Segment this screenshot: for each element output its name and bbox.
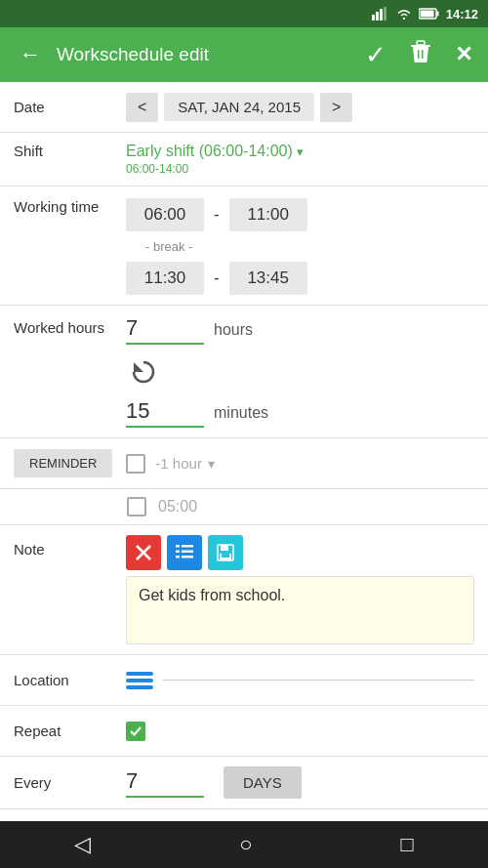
- working-time-first-row: 06:00 - 11:00: [126, 198, 307, 231]
- delete-button[interactable]: [406, 36, 435, 73]
- date-label: Date: [14, 99, 126, 115]
- time-dash-2: -: [214, 269, 220, 288]
- time-dash-1: -: [214, 205, 220, 225]
- content-area: Date < SAT, JAN 24, 2015 > Shift Early s…: [0, 82, 488, 821]
- note-clear-button[interactable]: [126, 535, 161, 570]
- reminder-row: REMINDER -1 hour ▾: [0, 438, 488, 489]
- every-value[interactable]: 7: [126, 768, 204, 798]
- shift-sub-time: 06:00-14:00: [126, 162, 304, 176]
- note-text[interactable]: Get kids from school.: [126, 576, 474, 644]
- every-row: Every 7 DAYS: [0, 757, 488, 809]
- toolbar-actions: ✓ ✕: [361, 36, 476, 74]
- shift-name[interactable]: Early shift (06:00-14:00) ▾: [126, 143, 304, 160]
- location-list-icon[interactable]: [126, 672, 153, 689]
- reminder-button[interactable]: REMINDER: [14, 449, 112, 477]
- checkmark-icon: [130, 726, 142, 736]
- list-icon: [176, 545, 193, 560]
- reminder-dropdown-value: -1 hour: [155, 455, 202, 472]
- nav-menu-button[interactable]: □: [382, 824, 433, 865]
- time-reminder-row: 05:00: [0, 489, 488, 525]
- svg-rect-9: [418, 50, 420, 59]
- end-time[interactable]: 11:00: [229, 198, 307, 231]
- minutes-input-row: 15 minutes: [126, 398, 474, 428]
- svg-rect-5: [436, 12, 438, 17]
- signal-icon: [372, 7, 389, 21]
- shift-row: Shift Early shift (06:00-14:00) ▾ 06:00-…: [0, 133, 488, 186]
- note-toolbar: [126, 535, 474, 570]
- how-often-row: How often 20: [0, 809, 488, 821]
- working-time-row: Working time 06:00 - 11:00 - break - 11:…: [0, 186, 488, 306]
- nav-home-button[interactable]: ○: [220, 824, 271, 865]
- status-bar: 14:12: [0, 0, 488, 27]
- trash-icon: [410, 40, 431, 63]
- svg-rect-2: [380, 9, 383, 21]
- reminder-checkbox[interactable]: [126, 454, 145, 474]
- location-label: Location: [14, 672, 126, 688]
- note-save-button[interactable]: [208, 535, 243, 570]
- every-label: Every: [14, 774, 126, 791]
- start-time[interactable]: 06:00: [126, 198, 204, 231]
- dropdown-arrow-icon: ▾: [208, 456, 215, 472]
- location-row: Location: [0, 655, 488, 706]
- worked-hours-content: 7 hours 15 minutes: [126, 315, 474, 428]
- break-start-time[interactable]: 11:30: [126, 262, 204, 295]
- minutes-value[interactable]: 15: [126, 398, 204, 428]
- repeat-row: Repeat: [0, 706, 488, 757]
- svg-rect-3: [384, 7, 386, 21]
- status-bar-right: 14:12: [372, 7, 478, 21]
- date-prev-button[interactable]: <: [126, 93, 158, 122]
- note-list-button[interactable]: [167, 535, 202, 570]
- location-underline: [163, 680, 474, 681]
- days-button[interactable]: DAYS: [224, 766, 302, 799]
- refresh-button[interactable]: [126, 354, 161, 390]
- date-next-button[interactable]: >: [320, 93, 352, 122]
- working-time-content: 06:00 - 11:00 - break - 11:30 - 13:45: [126, 198, 307, 295]
- hours-value[interactable]: 7: [126, 315, 204, 345]
- x-icon: [135, 544, 152, 561]
- svg-rect-1: [376, 12, 379, 21]
- break-label: - break -: [126, 237, 307, 256]
- back-button[interactable]: ←: [12, 34, 49, 75]
- date-value[interactable]: SAT, JAN 24, 2015: [164, 93, 314, 121]
- working-time-label: Working time: [14, 198, 126, 215]
- reminder-dropdown[interactable]: -1 hour ▾: [155, 455, 474, 472]
- svg-rect-10: [422, 50, 424, 59]
- time-reminder-checkbox[interactable]: [127, 497, 146, 517]
- shift-content: Early shift (06:00-14:00) ▾ 06:00-14:00: [126, 143, 304, 176]
- refresh-icon: [129, 357, 158, 387]
- svg-rect-14: [176, 545, 180, 548]
- minutes-unit: minutes: [214, 404, 268, 422]
- note-label: Note: [14, 535, 126, 558]
- working-time-second-row: 11:30 - 13:45: [126, 262, 307, 295]
- check-button[interactable]: ✓: [361, 36, 390, 74]
- svg-rect-15: [182, 545, 193, 548]
- worked-hours-label: Worked hours: [14, 315, 126, 336]
- note-content: Get kids from school.: [126, 535, 474, 644]
- svg-rect-0: [372, 15, 375, 21]
- hours-unit: hours: [214, 321, 253, 339]
- svg-rect-8: [417, 41, 425, 45]
- date-content: < SAT, JAN 24, 2015 >: [126, 93, 474, 122]
- hours-input-row: 7 hours: [126, 315, 474, 345]
- break-end-time[interactable]: 13:45: [229, 262, 307, 295]
- battery-icon: [419, 8, 440, 20]
- nav-back-button[interactable]: ◁: [55, 824, 110, 865]
- toolbar-title: Workschedule edit: [57, 44, 361, 65]
- date-row: Date < SAT, JAN 24, 2015 >: [0, 82, 488, 133]
- svg-rect-19: [182, 556, 193, 558]
- wifi-icon: [395, 7, 413, 21]
- svg-rect-6: [420, 11, 433, 18]
- nav-bar: ◁ ○ □: [0, 821, 488, 868]
- repeat-label: Repeat: [14, 723, 126, 739]
- shift-label: Shift: [14, 143, 126, 159]
- svg-rect-16: [176, 551, 180, 554]
- repeat-checkbox[interactable]: [126, 722, 145, 741]
- reminder-time-value[interactable]: 05:00: [158, 498, 197, 516]
- list-line-3: [126, 685, 153, 689]
- time-display: 14:12: [446, 7, 478, 21]
- toolbar: ← Workschedule edit ✓ ✕: [0, 27, 488, 82]
- svg-rect-23: [222, 554, 229, 558]
- svg-marker-11: [134, 362, 143, 372]
- close-button[interactable]: ✕: [451, 38, 476, 71]
- worked-hours-row: Worked hours 7 hours 15 minutes: [0, 306, 488, 438]
